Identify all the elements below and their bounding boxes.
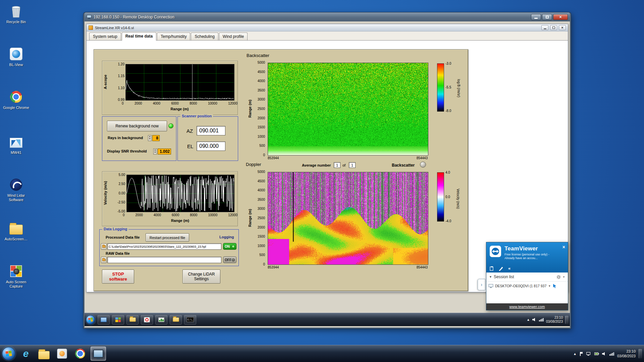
chrome-icon <box>8 89 24 105</box>
remote-taskbar-power-app-icon[interactable] <box>141 315 153 324</box>
tray-expand-icon[interactable]: ▲ <box>573 352 577 356</box>
tab-system-setup[interactable]: System setup <box>89 33 121 40</box>
remote-taskbar-app-icon[interactable] <box>112 315 124 324</box>
restart-processed-file-button[interactable]: Restart processed file <box>146 233 189 242</box>
backscatter-toggle[interactable] <box>420 162 426 168</box>
ascope-y-ticks: 1.201.151.100.99 <box>110 62 124 102</box>
doppler-colorbar <box>437 172 444 222</box>
brush-icon[interactable] <box>499 266 503 271</box>
doppler-x-end: 854443 <box>417 265 428 269</box>
rdp-maximize-button[interactable] <box>542 14 552 20</box>
remote-start-button[interactable] <box>86 315 95 324</box>
desktop-icon-bl-view[interactable]: BL-View <box>1 46 32 67</box>
teamviewer-close-icon[interactable]: × <box>562 244 565 250</box>
rdp-minimize-button[interactable] <box>531 14 541 20</box>
remote-system-tray: ▲ 23:10 03/08/2023 <box>527 316 569 324</box>
show-desktop-button[interactable] <box>639 349 642 358</box>
doppler-y-ticks: 5000450040003500300025002000150010005000 <box>253 170 265 266</box>
backscatter-y-ticks: 5000450040003500300025002000150010005000 <box>253 61 265 157</box>
remote-show-desktop-button[interactable] <box>565 316 569 324</box>
auto-screen-capture-icon <box>8 263 24 279</box>
logging-label: Logging <box>219 235 234 239</box>
taskbar-explorer-icon[interactable] <box>36 347 52 361</box>
remote-taskbar-cmd-icon[interactable]: C:\_ <box>184 315 196 324</box>
el-value-field[interactable]: 090.000 <box>197 141 225 151</box>
tray-battery-icon[interactable] <box>594 352 599 356</box>
desktop-icon-recycle-bin[interactable]: Recycle Bin <box>1 3 32 24</box>
vi-close-button[interactable]: × <box>559 25 566 30</box>
stop-software-button[interactable]: STOP software <box>102 269 134 284</box>
stop-line2: software <box>109 277 127 282</box>
rdp-titlebar[interactable]: 192.168.0.150 - Remote Desktop Connectio… <box>85 12 570 21</box>
vi-maximize-button[interactable] <box>550 25 557 30</box>
tray-flag-icon[interactable] <box>580 352 583 356</box>
taskbar-clock[interactable]: 23:10 03/08/2023 <box>617 349 636 358</box>
session-dropdown-icon[interactable]: ▼ <box>548 285 551 288</box>
tray-rdp-bar-icon[interactable] <box>586 352 591 356</box>
chevron-down-icon: ▼ <box>489 275 492 279</box>
clock-time: 23:10 <box>626 349 636 353</box>
connect-cursor-icon[interactable] <box>552 284 557 288</box>
streamline-titlebar[interactable]: StreamLine XR v14-6.vi × <box>87 24 568 32</box>
tab-real-time-data[interactable]: Real time data <box>122 32 156 41</box>
ascope-chart: A-scope 1.201.151.100.99 020004000600080… <box>102 61 238 115</box>
taskbar-media-player-icon[interactable] <box>54 347 70 361</box>
vi-minimize-button[interactable] <box>541 25 548 30</box>
raw-path-browse-button[interactable] <box>101 257 107 263</box>
teamviewer-header: TeamViewer Free license (personal use on… <box>486 242 568 273</box>
desktop-icon-auto-screen-capture[interactable]: Auto Screen Capture <box>1 263 32 289</box>
backscatter-title: Backscatter <box>247 53 269 58</box>
desktop-icon-autoscreen[interactable]: AutoScreen… <box>1 221 32 241</box>
az-value-field[interactable]: 090.001 <box>197 126 225 135</box>
remote-taskbar-folder-icon[interactable] <box>126 315 139 324</box>
average-number-field[interactable]: 1 <box>334 162 340 168</box>
doppler-x-start: 853944 <box>268 265 279 269</box>
remote-taskbar-folder2-icon[interactable] <box>170 315 182 324</box>
remote-taskbar-chart-app-icon[interactable] <box>155 315 167 324</box>
taskbar-rdp-icon-active[interactable] <box>91 347 106 361</box>
collapse-chevrons-icon[interactable]: « <box>508 266 511 271</box>
remote-volume-icon[interactable] <box>532 318 537 321</box>
media-player-icon <box>57 349 67 359</box>
start-button[interactable] <box>2 347 15 360</box>
tray-volume-icon[interactable] <box>602 352 606 356</box>
teamviewer-link[interactable]: www.teamviewer.com <box>509 305 545 309</box>
remote-network-icon[interactable] <box>539 318 544 321</box>
raw-logging-toggle[interactable]: OFF <box>223 256 236 263</box>
snr-spinner[interactable]: ▲▼ <box>153 148 157 155</box>
desktop-icon-google-chrome[interactable]: Google Chrome <box>1 89 32 110</box>
processed-logging-toggle[interactable]: ON <box>223 243 236 250</box>
labview-vi-icon <box>89 25 93 30</box>
tab-wind-profile[interactable]: Wind profile <box>219 33 248 40</box>
tab-scheduling[interactable]: Scheduling <box>191 33 218 40</box>
remote-taskbar-explor-window-icon[interactable] <box>98 315 110 324</box>
taskbar-chrome-icon[interactable] <box>72 347 88 361</box>
rdp-close-button[interactable]: × <box>553 14 568 20</box>
remote-tray-expand-icon[interactable]: ▲ <box>527 318 530 321</box>
remote-clock[interactable]: 23:10 03/08/2023 <box>546 316 563 324</box>
teamviewer-collapse-tab[interactable]: › <box>478 279 485 290</box>
on-led <box>232 245 235 248</box>
rays-spinner[interactable]: ▲▼ <box>148 135 152 141</box>
processed-path-browse-button[interactable] <box>101 243 107 250</box>
tab-temp-humidity[interactable]: Temp/humidity <box>157 33 190 40</box>
tray-network-icon[interactable] <box>609 352 614 356</box>
clipboard-icon[interactable] <box>490 266 494 271</box>
change-lidar-settings-button[interactable]: Change LiDAR Settings <box>182 269 220 284</box>
gear-icon[interactable] <box>556 275 561 279</box>
snr-value-field[interactable]: 1.002 <box>158 148 171 155</box>
desktop-icon-wind-lidar[interactable]: Wind Lidar Software <box>1 177 32 202</box>
folder-icon <box>38 351 50 359</box>
processed-path-field[interactable]: C:\Lidar\Data\Proc\2023\202308\20230803\… <box>107 243 221 250</box>
gear-dropdown-icon[interactable]: ▼ <box>562 276 565 279</box>
session-list-row[interactable]: ▼ Session list ▼ <box>486 273 568 282</box>
desktop-icon-label: Auto Screen Capture <box>1 280 32 289</box>
renew-background-button[interactable]: Renew background now <box>107 121 167 131</box>
rays-value-field[interactable]: 8 <box>152 135 160 141</box>
raw-path-field[interactable] <box>107 257 221 263</box>
mw41-icon <box>8 134 24 149</box>
desktop-icon-mw41[interactable]: MW41 <box>1 134 32 155</box>
session-entry-row[interactable]: DESKTOP-OE0QDVI (1 817 937 ▼ <box>486 282 568 290</box>
average-of-field[interactable]: 1 <box>349 162 356 168</box>
taskbar-ie-icon[interactable]: e <box>18 347 34 361</box>
